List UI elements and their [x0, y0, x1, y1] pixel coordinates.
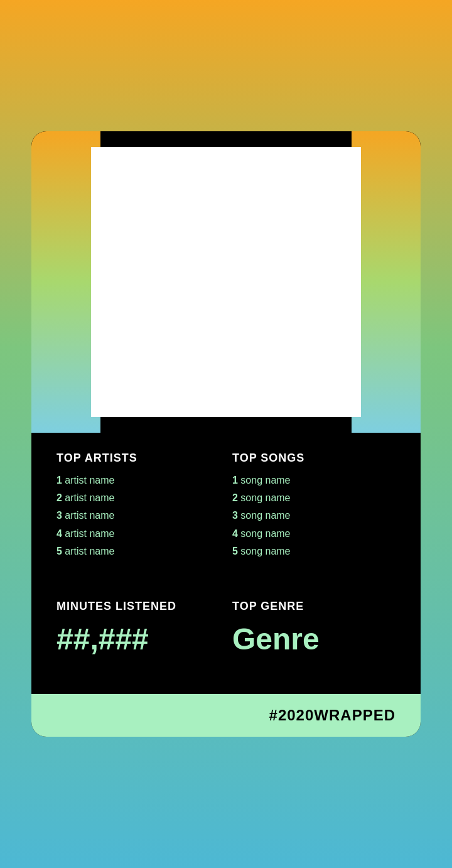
list-item: 1 song name: [232, 474, 396, 487]
album-art: [91, 147, 361, 417]
list-item: 5 artist name: [56, 545, 220, 558]
rank-4: 4: [56, 528, 65, 539]
card-main: TOP ARTISTS 1 artist name 2 artist name …: [31, 131, 421, 695]
top-artists-col: TOP ARTISTS 1 artist name 2 artist name …: [56, 452, 220, 563]
rank-2: 2: [56, 492, 65, 503]
top-genre-col: TOP GENRE Genre: [232, 600, 396, 656]
list-item: 3 song name: [232, 509, 396, 523]
list-item: 2 artist name: [56, 491, 220, 505]
image-container: [31, 131, 421, 433]
minutes-listened-value: ##,###: [56, 622, 220, 656]
song-rank-5: 5: [232, 546, 240, 556]
song-rank-2: 2: [232, 492, 240, 503]
minutes-listened-col: MINUTES LISTENED ##,###: [56, 600, 220, 656]
stats-section: MINUTES LISTENED ##,### TOP GENRE Genre: [31, 568, 421, 675]
song-rank-1: 1: [232, 475, 240, 486]
bg-gradient-right: [352, 131, 421, 433]
lists-section: TOP ARTISTS 1 artist name 2 artist name …: [31, 433, 421, 569]
rank-5: 5: [56, 546, 65, 556]
top-genre-value: Genre: [232, 622, 396, 656]
minutes-listened-heading: MINUTES LISTENED: [56, 600, 220, 613]
rank-1: 1: [56, 475, 65, 486]
bg-gradient-left: [31, 131, 100, 433]
top-songs-heading: TOP SONGS: [232, 452, 396, 465]
list-item: 3 artist name: [56, 509, 220, 523]
list-item: 2 song name: [232, 491, 396, 505]
hashtag-label: #2020WRAPPED: [269, 707, 396, 724]
list-item: 5 song name: [232, 545, 396, 558]
rank-3: 3: [56, 510, 65, 521]
song-rank-3: 3: [232, 510, 240, 521]
list-item: 4 artist name: [56, 527, 220, 541]
song-rank-4: 4: [232, 528, 240, 539]
list-item: 1 artist name: [56, 474, 220, 487]
card-footer: #2020WRAPPED: [31, 694, 421, 737]
top-genre-heading: TOP GENRE: [232, 600, 396, 613]
list-item: 4 song name: [232, 527, 396, 541]
top-artists-heading: TOP ARTISTS: [56, 452, 220, 465]
wrapped-card: TOP ARTISTS 1 artist name 2 artist name …: [31, 131, 421, 737]
top-songs-col: TOP SONGS 1 song name 2 song name 3 song…: [232, 452, 396, 563]
